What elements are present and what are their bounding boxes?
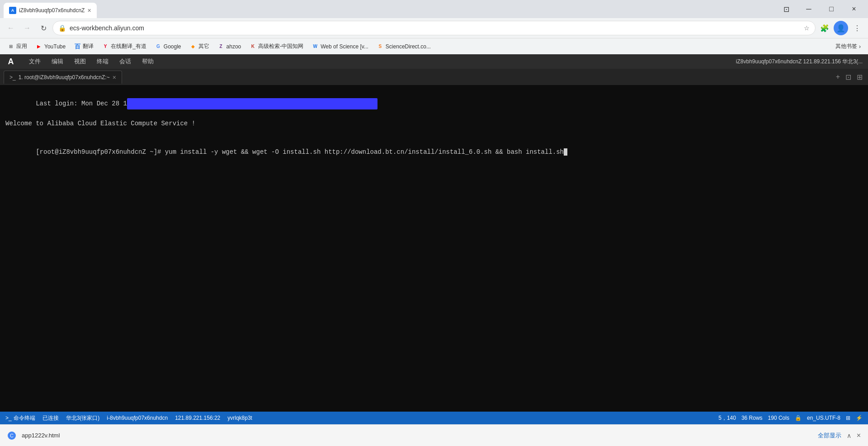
- bookmark-star-icon[interactable]: ☆: [804, 24, 810, 32]
- status-location: 华北3(张家口): [66, 414, 100, 422]
- status-ip: 121.89.221.156:22: [175, 415, 220, 421]
- terminal-app: A 文件 编辑 视图 终端 会话 帮助 iZ8vbh9uuqfp07x6nuhd…: [0, 54, 868, 424]
- bookmark-google-label: Google: [164, 43, 181, 50]
- bookmark-apps[interactable]: ⊞ 应用: [4, 41, 31, 52]
- lock-icon: 🔒: [58, 24, 66, 32]
- terminal-content[interactable]: Last login: Mon Dec 28 1 Welcome to Alib…: [0, 85, 868, 412]
- forward-button[interactable]: →: [20, 21, 34, 35]
- terminal-login-line: Last login: Mon Dec 28 1: [5, 89, 863, 119]
- menu-session[interactable]: 会话: [114, 56, 137, 67]
- bookmark-sciencedirect[interactable]: S ScienceDirect.co...: [373, 41, 434, 52]
- active-tab[interactable]: A iZ8vbh9uuqfp07x6nuhdcnZ ×: [4, 3, 97, 18]
- google-icon: G: [155, 43, 162, 50]
- menu-file[interactable]: 文件: [24, 56, 46, 67]
- bookmark-apps-label: 应用: [16, 43, 27, 50]
- qita-icon: ◆: [189, 43, 197, 50]
- terminal-empty-line: [5, 128, 863, 138]
- tab-favicon: A: [9, 7, 16, 14]
- download-close-button[interactable]: ×: [857, 432, 861, 440]
- terminal-command: yum install -y wget && wget -O install.s…: [161, 148, 564, 156]
- bookmark-youtube-label: YouTube: [44, 43, 66, 50]
- download-filename: app1222v.html: [22, 432, 812, 439]
- bookmark-youtube[interactable]: ▶ YouTube: [32, 41, 69, 52]
- status-session: yvrlqk8p3t: [227, 415, 252, 421]
- download-chevron-icon[interactable]: ∧: [847, 432, 851, 439]
- menu-edit[interactable]: 编辑: [46, 56, 69, 67]
- status-terminal-label: >_ 命令终端: [5, 414, 35, 422]
- terminal-fullscreen-button[interactable]: ⊞: [855, 73, 864, 81]
- bookmark-ahzoo[interactable]: Z ahzoo: [214, 41, 245, 52]
- status-bar: >_ 命令终端 已连接 华北3(张家口) i-8vbh9uuqfp07x6nuh…: [0, 412, 868, 424]
- reload-button[interactable]: ↻: [36, 21, 51, 35]
- bookmark-translate[interactable]: 百 翻译: [70, 41, 97, 52]
- terminal-welcome-line: Welcome to Alibaba Cloud Elastic Compute…: [5, 119, 863, 128]
- terminal-cursor: [564, 148, 567, 156]
- status-right-section: 5，140 36 Rows 190 Cols 🔒 en_US.UTF-8 ⊞ ⚡: [718, 414, 863, 422]
- youtube-icon: ▶: [35, 43, 42, 50]
- status-hostname: i-8vbh9uuqfp07x6nuhdcn: [107, 415, 168, 421]
- tab-close-button[interactable]: ×: [87, 7, 91, 14]
- bookmark-qita[interactable]: ◆ 其它: [186, 41, 213, 52]
- power-icon: ⚡: [856, 415, 863, 421]
- terminal-split-button[interactable]: ⊡: [844, 73, 853, 81]
- terminal-tab-1[interactable]: >_ 1. root@iZ8vbh9uuqfp07x6nuhdcnZ:~ ×: [4, 71, 122, 84]
- minimize-button[interactable]: ⊡: [776, 0, 797, 18]
- terminal-tab-controls: + ⊡ ⊞: [834, 73, 864, 81]
- bookmark-qita-label: 其它: [198, 43, 209, 50]
- terminal-tab-label: 1. root@iZ8vbh9uuqfp07x6nuhdcnZ:~: [19, 74, 110, 81]
- terminal-command-line: [root@iZ8vbh9uuqfp07x6nuhdcnZ ~]# yum in…: [5, 138, 863, 166]
- svg-text:C: C: [10, 433, 14, 438]
- tab-bar: A iZ8vbh9uuqfp07x6nuhdcnZ × ⊡ ─ □ ×: [0, 0, 868, 18]
- tab-title: iZ8vbh9uuqfp07x6nuhdcnZ: [19, 7, 85, 14]
- back-button[interactable]: ←: [4, 21, 18, 35]
- encoding-icon: 🔒: [795, 415, 802, 421]
- bookmark-sciencedirect-label: ScienceDirect.co...: [386, 43, 431, 50]
- cnki-icon: K: [249, 43, 256, 50]
- restore-button[interactable]: ─: [798, 0, 819, 18]
- nav-right-controls: 🧩 👤 ⋮: [817, 21, 864, 35]
- bookmark-google[interactable]: G Google: [151, 41, 185, 52]
- wos-icon: W: [311, 43, 319, 50]
- download-show-all-button[interactable]: 全部显示: [818, 432, 841, 440]
- bookmark-youdao-label: 在线翻译_有道: [111, 43, 146, 50]
- terminal-prompt: [root@iZ8vbh9uuqfp07x6nuhdcnZ ~]#: [36, 148, 161, 156]
- terminal-tab-icon: >_: [9, 74, 16, 81]
- address-bar[interactable]: 🔒 ecs-workbench.aliyun.com ☆: [52, 21, 816, 35]
- bookmark-cnki[interactable]: K 高级检索-中国知网: [245, 41, 307, 52]
- menu-help[interactable]: 帮助: [137, 56, 159, 67]
- window-controls: ⊡ ─ □ ×: [772, 0, 868, 18]
- sciencedirect-icon: S: [377, 43, 384, 50]
- keyboard-icon: ⊞: [846, 415, 850, 421]
- bookmark-youdao[interactable]: Y 在线翻译_有道: [98, 41, 150, 52]
- menu-terminal[interactable]: 终端: [91, 56, 114, 67]
- bookmarks-bar: ⊞ 应用 ▶ YouTube 百 翻译 Y 在线翻译_有道 G Google ◆…: [0, 38, 868, 54]
- terminal-tabs-bar: >_ 1. root@iZ8vbh9uuqfp07x6nuhdcnZ:~ × +…: [0, 69, 868, 85]
- terminal-menubar: A 文件 编辑 视图 终端 会话 帮助 iZ8vbh9uuqfp07x6nuhd…: [0, 54, 868, 69]
- status-connection: 已连接: [42, 414, 59, 422]
- redacted-timestamp: [127, 98, 377, 109]
- baidu-translate-icon: 百: [74, 43, 81, 50]
- menu-view[interactable]: 视图: [69, 56, 91, 67]
- terminal-tab-close-button[interactable]: ×: [113, 74, 116, 81]
- status-encoding: en_US.UTF-8: [807, 415, 840, 421]
- more-bookmarks-chevron-icon: ›: [859, 43, 861, 50]
- more-bookmarks-label: 其他书签: [835, 43, 857, 50]
- more-bookmarks[interactable]: 其他书签 ›: [832, 41, 864, 52]
- bookmark-cnki-label: 高级检索-中国知网: [258, 43, 303, 50]
- close-window-button[interactable]: ×: [844, 0, 864, 18]
- bookmark-wos[interactable]: W Web of Science [v...: [308, 41, 372, 52]
- youdao-icon: Y: [102, 43, 109, 50]
- terminal-logo: A: [5, 56, 16, 67]
- terminal-icon: >_: [5, 415, 12, 421]
- profile-button[interactable]: 👤: [834, 21, 848, 35]
- terminal-add-tab-button[interactable]: +: [834, 73, 842, 81]
- download-bar: C app1222v.html 全部显示 ∧ ×: [0, 424, 868, 446]
- address-text: ecs-workbench.aliyun.com: [70, 24, 800, 32]
- menu-button[interactable]: ⋮: [850, 21, 864, 35]
- status-position: 5，140: [718, 414, 736, 422]
- bookmark-ahzoo-label: ahzoo: [226, 43, 241, 50]
- extensions-button[interactable]: 🧩: [817, 21, 832, 35]
- bookmark-translate-label: 翻译: [83, 43, 94, 50]
- maximize-button[interactable]: □: [821, 0, 842, 18]
- terminal-server-info: iZ8vbh9uuqfp07x6nuhdcnZ 121.89.221.156 华…: [736, 58, 863, 66]
